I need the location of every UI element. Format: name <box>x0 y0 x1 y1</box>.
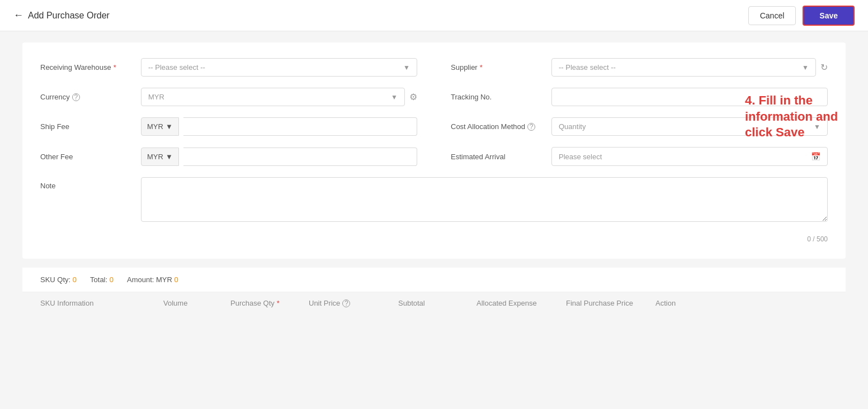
supplier-label: Supplier * <box>451 63 551 72</box>
receiving-warehouse-row: Receiving Warehouse * -- Please select -… <box>40 58 417 77</box>
th-action: Action <box>655 299 700 307</box>
other-fee-input[interactable] <box>183 148 417 166</box>
form-grid: Receiving Warehouse * -- Please select -… <box>40 58 828 243</box>
receiving-warehouse-required: * <box>114 63 116 72</box>
table-section: SKU Information Volume Purchase Qty * Un… <box>22 292 846 314</box>
ship-fee-input[interactable] <box>183 117 417 136</box>
header-left: ← Add Purchase Order <box>13 9 110 21</box>
receiving-warehouse-label: Receiving Warehouse * <box>40 63 141 72</box>
cost-allocation-row: Cost Allocation Method ? Quantity ▼ <box>451 117 828 136</box>
sku-qty-value: 0 <box>73 275 77 284</box>
page-header: ← Add Purchase Order Cancel Save <box>0 0 868 31</box>
ship-fee-chevron: ▼ <box>166 122 173 131</box>
cost-allocation-info-icon[interactable]: ? <box>527 123 535 131</box>
page-title: Add Purchase Order <box>28 11 110 21</box>
purchase-qty-required: * <box>277 299 280 307</box>
th-purchase-qty: Purchase Qty * <box>230 299 309 307</box>
other-fee-label: Other Fee <box>40 153 141 161</box>
cost-allocation-select[interactable]: Quantity ▼ <box>551 117 828 136</box>
main-content: 4. Fill in the information and click Sav… <box>0 31 868 325</box>
table-header: SKU Information Volume Purchase Qty * Un… <box>22 292 846 314</box>
note-label: Note <box>40 177 141 190</box>
cost-allocation-chevron: ▼ <box>814 123 820 131</box>
amount-stat: Amount: MYR 0 <box>127 275 178 284</box>
receiving-warehouse-select[interactable]: -- Please select -- ▼ <box>141 58 417 77</box>
estimated-arrival-select[interactable]: Please select 📅 <box>551 147 828 166</box>
other-fee-chevron: ▼ <box>166 153 173 161</box>
cost-allocation-label: Cost Allocation Method ? <box>451 122 551 131</box>
other-fee-control: MYR ▼ <box>141 148 417 166</box>
form-card: Receiving Warehouse * -- Please select -… <box>22 42 846 259</box>
receiving-warehouse-control: -- Please select -- ▼ <box>141 58 417 77</box>
ship-fee-label: Ship Fee <box>40 122 141 131</box>
sku-qty-stat: SKU Qty: 0 <box>40 275 77 284</box>
th-allocated-expense: Allocated Expense <box>477 299 566 307</box>
save-button[interactable]: Save <box>803 6 855 26</box>
ship-fee-currency-select[interactable]: MYR ▼ <box>141 117 179 136</box>
receiving-warehouse-chevron: ▼ <box>403 64 410 72</box>
note-textarea[interactable] <box>141 177 828 222</box>
total-label: Total: <box>90 275 107 284</box>
th-unit-price: Unit Price ? <box>309 299 398 307</box>
back-button[interactable]: ← <box>13 9 23 21</box>
estimated-arrival-control: Please select 📅 <box>551 147 828 166</box>
tracking-no-input[interactable] <box>551 88 828 106</box>
currency-label: Currency ? <box>40 93 141 101</box>
estimated-arrival-row: Estimated Arrival Please select 📅 <box>451 147 828 166</box>
header-actions: Cancel Save <box>748 6 855 26</box>
stats-bar: SKU Qty: 0 Total: 0 Amount: MYR 0 <box>22 268 846 292</box>
tracking-no-label: Tracking No. <box>451 93 551 101</box>
other-fee-row: Other Fee MYR ▼ <box>40 147 417 166</box>
th-sku-info: SKU Information <box>40 299 163 307</box>
supplier-required: * <box>480 63 483 72</box>
currency-select[interactable]: MYR ▼ <box>141 88 405 106</box>
sku-qty-label: SKU Qty: <box>40 275 70 284</box>
th-final-purchase-price: Final Purchase Price <box>566 299 655 307</box>
total-stat: Total: 0 <box>90 275 114 284</box>
note-char-count: 0 / 500 <box>40 235 828 243</box>
supplier-control: -- Please select -- ▼ ↻ <box>551 58 828 77</box>
ship-fee-row: Ship Fee MYR ▼ <box>40 117 417 136</box>
currency-gear-icon[interactable]: ⚙ <box>409 92 417 102</box>
currency-chevron: ▼ <box>391 93 398 101</box>
currency-info-icon[interactable]: ? <box>72 93 80 101</box>
amount-currency: MYR <box>156 275 172 284</box>
tracking-no-control <box>551 88 828 106</box>
supplier-row: Supplier * -- Please select -- ▼ ↻ <box>451 58 828 77</box>
supplier-refresh-icon[interactable]: ↻ <box>820 62 828 73</box>
currency-row: Currency ? MYR ▼ ⚙ <box>40 88 417 106</box>
cancel-button[interactable]: Cancel <box>748 6 796 25</box>
amount-value: 0 <box>174 275 178 284</box>
note-row: Note <box>40 177 828 222</box>
unit-price-info-icon[interactable]: ? <box>342 299 350 307</box>
th-subtotal: Subtotal <box>398 299 477 307</box>
estimated-arrival-calendar-icon: 📅 <box>811 152 820 161</box>
currency-control: MYR ▼ ⚙ <box>141 88 417 106</box>
ship-fee-control: MYR ▼ <box>141 117 417 136</box>
supplier-select[interactable]: -- Please select -- ▼ <box>551 58 816 77</box>
amount-label: Amount: <box>127 275 154 284</box>
total-value: 0 <box>110 275 114 284</box>
th-volume: Volume <box>163 299 230 307</box>
estimated-arrival-label: Estimated Arrival <box>451 153 551 161</box>
supplier-chevron: ▼ <box>802 64 809 72</box>
other-fee-currency-select[interactable]: MYR ▼ <box>141 148 179 166</box>
cost-allocation-control: Quantity ▼ <box>551 117 828 136</box>
tracking-no-row: Tracking No. <box>451 88 828 106</box>
